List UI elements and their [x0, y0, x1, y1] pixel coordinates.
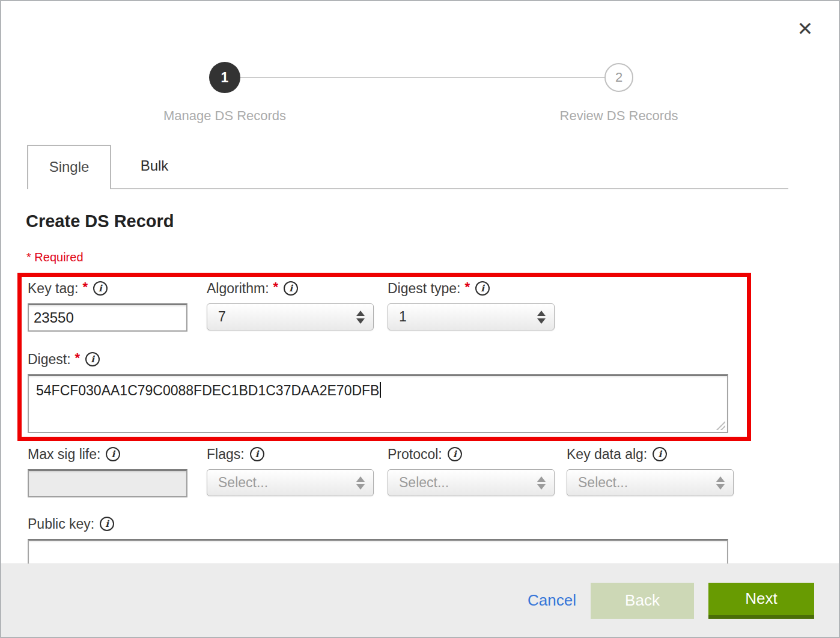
digest-label: Digest: [28, 351, 71, 368]
key-data-alg-select-value: Select... [578, 475, 716, 491]
required-note: * Required [26, 251, 84, 264]
text-caret [380, 382, 381, 398]
key-data-alg-field: Key data alg: i Select... [567, 445, 734, 496]
step-1-label: Manage DS Records [163, 108, 286, 124]
create-ds-record-modal: ✕ 1 2 Manage DS Records Review DS Record… [0, 0, 840, 638]
algorithm-select-value: 7 [218, 309, 356, 325]
key-data-alg-select[interactable]: Select... [567, 469, 734, 496]
select-arrows-icon [356, 476, 365, 490]
step-1-indicator: 1 [209, 62, 240, 93]
info-icon[interactable]: i [284, 281, 298, 296]
required-asterisk: * [75, 350, 81, 366]
tab-divider [27, 188, 788, 189]
algorithm-select[interactable]: 7 [207, 303, 374, 330]
key-tag-label: Key tag: [28, 281, 78, 297]
info-icon[interactable]: i [653, 447, 667, 461]
modal-footer: Cancel Back Next [1, 564, 839, 637]
max-sig-life-field: Max sig life: i [28, 445, 187, 497]
flags-select-value: Select... [218, 475, 356, 491]
info-icon[interactable]: i [448, 447, 462, 461]
algorithm-label: Algorithm: [207, 281, 269, 297]
max-sig-life-input[interactable] [28, 469, 187, 497]
protocol-label: Protocol: [388, 446, 442, 463]
select-arrows-icon [356, 311, 365, 324]
protocol-select-value: Select... [399, 475, 537, 491]
tab-bulk[interactable]: Bulk [112, 145, 196, 188]
cancel-button[interactable]: Cancel [528, 591, 576, 610]
stepper-connector [225, 77, 619, 78]
algorithm-field: Algorithm: * i 7 [207, 279, 374, 330]
select-arrows-icon [537, 311, 546, 324]
flags-select[interactable]: Select... [207, 469, 374, 496]
step-2-label: Review DS Records [560, 108, 678, 124]
info-icon[interactable]: i [250, 447, 264, 461]
required-asterisk: * [464, 279, 470, 295]
digest-type-select-value: 1 [399, 309, 537, 325]
flags-label: Flags: [207, 446, 245, 463]
back-button[interactable]: Back [591, 583, 694, 619]
key-data-alg-label: Key data alg: [567, 446, 647, 463]
info-icon[interactable]: i [106, 447, 120, 461]
next-button[interactable]: Next [708, 583, 814, 619]
max-sig-life-label: Max sig life: [28, 446, 100, 463]
digest-type-label: Digest type: [388, 281, 460, 297]
tab-single[interactable]: Single [27, 145, 111, 189]
close-icon[interactable]: ✕ [793, 17, 817, 41]
key-tag-input[interactable] [28, 303, 187, 332]
info-icon[interactable]: i [85, 352, 100, 366]
protocol-field: Protocol: i Select... [388, 445, 555, 496]
digest-value: 54FCF030AA1C79C0088FDEC1BD1C37DAA2E70DFB [36, 383, 379, 398]
public-key-label: Public key: [28, 516, 94, 532]
select-arrows-icon [716, 476, 725, 490]
digest-type-field: Digest type: * i 1 [388, 279, 555, 330]
flags-field: Flags: i Select... [207, 445, 374, 496]
digest-textarea[interactable]: 54FCF030AA1C79C0088FDEC1BD1C37DAA2E70DFB [28, 374, 728, 433]
info-icon[interactable]: i [100, 517, 114, 531]
page-title: Create DS Record [26, 211, 174, 231]
key-tag-field: Key tag: * i [28, 279, 187, 332]
required-asterisk: * [82, 279, 88, 295]
protocol-select[interactable]: Select... [388, 469, 555, 496]
select-arrows-icon [537, 476, 546, 490]
digest-type-select[interactable]: 1 [388, 303, 555, 330]
step-2-indicator: 2 [604, 63, 633, 92]
required-asterisk: * [273, 279, 279, 295]
info-icon[interactable]: i [93, 281, 108, 296]
resize-handle[interactable] [715, 420, 725, 430]
digest-field: Digest: * i 54FCF030AA1C79C0088FDEC1BD1C… [28, 350, 728, 433]
info-icon[interactable]: i [475, 281, 490, 296]
